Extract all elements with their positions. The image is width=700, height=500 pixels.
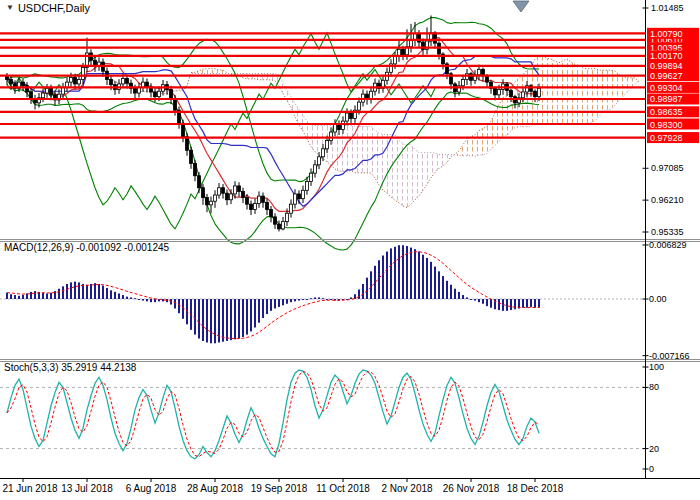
candle (242, 191, 245, 197)
candle (110, 80, 113, 85)
stoch-axis-label: 80 (649, 382, 659, 392)
candle (170, 89, 173, 98)
candle (314, 165, 317, 173)
level-price-label-text: 0.98635 (650, 107, 683, 117)
candle (478, 69, 481, 74)
candle (122, 78, 125, 83)
candle (342, 121, 345, 129)
candle (310, 173, 313, 181)
candle (82, 68, 85, 80)
candle (522, 92, 525, 98)
date-axis-label[interactable]: 18 Dec 2018 (507, 483, 564, 494)
macd-axis-label: 0.00 (649, 294, 667, 304)
candle (214, 195, 217, 201)
candle (302, 190, 305, 198)
candle (222, 188, 225, 193)
candle (434, 33, 437, 43)
candle (298, 194, 301, 199)
stoch-axis-label: 100 (649, 362, 664, 372)
candle (258, 196, 261, 203)
level-price-label-text: 0.99627 (650, 71, 683, 81)
date-axis-label[interactable]: 26 Nov 2018 (443, 483, 500, 494)
level-price-label-text: 1.00790 (650, 29, 683, 39)
stoch-panel[interactable] (0, 361, 645, 478)
date-axis-label[interactable]: 2 Nov 2018 (381, 483, 433, 494)
date-axis-label[interactable]: 19 Sep 2018 (251, 483, 308, 494)
candle (190, 150, 193, 163)
symbol-dropdown-icon[interactable]: ▼ (6, 4, 14, 12)
candle (510, 90, 513, 96)
candle (46, 88, 49, 93)
candle (206, 198, 209, 205)
candle (410, 40, 413, 47)
candle (74, 77, 77, 84)
candle (146, 82, 149, 87)
macd-axis-label: 0.006829 (649, 240, 687, 250)
candle (290, 204, 293, 213)
candle (194, 163, 197, 175)
stoch-indicator-label: Stoch(5,3,3) 35.2919 44.2138 (4, 362, 136, 373)
candle (174, 99, 177, 111)
candle (358, 102, 361, 110)
candle (62, 88, 65, 95)
candle (270, 210, 273, 217)
macd-indicator-label: MACD(12,26,9) -0.001092 -0.001245 (4, 242, 169, 253)
level-price-label-text: 0.98987 (650, 94, 683, 104)
date-axis-label[interactable]: 11 Oct 2018 (316, 483, 370, 494)
price-axis-label: 1.01485 (651, 3, 684, 13)
candle (70, 77, 73, 82)
price-axis-label: 0.96210 (651, 195, 684, 205)
candle (158, 91, 161, 96)
candle (318, 157, 321, 165)
candle (306, 182, 309, 191)
date-axis-label[interactable]: 13 Jul 2018 (61, 483, 113, 494)
stoch-axis-label: 0 (649, 464, 654, 474)
candle (6, 77, 9, 80)
candle (334, 124, 337, 132)
candle (346, 113, 349, 121)
candle (294, 194, 297, 204)
candle (262, 196, 265, 202)
candle (286, 213, 289, 221)
date-axis-label[interactable]: 21 Jun 2018 (2, 483, 57, 494)
candle (198, 176, 201, 188)
date-axis-label[interactable]: 6 Aug 2018 (126, 483, 177, 494)
price-axis-label: 0.97085 (651, 163, 684, 173)
candle (322, 149, 325, 157)
candle (350, 113, 353, 118)
candle (246, 198, 249, 205)
candle (238, 186, 241, 191)
candle (78, 80, 81, 84)
candle (494, 88, 497, 95)
candle (134, 88, 137, 93)
candle (250, 204, 253, 209)
candle (538, 88, 541, 96)
chart-title: ▼ USDCHF,Daily (6, 2, 90, 14)
candle (126, 78, 129, 83)
candle (10, 80, 13, 84)
trading-chart-window: ▼ USDCHF,Daily MACD(12,26,9) -0.001092 -… (0, 0, 700, 500)
stoch-axis-label: 20 (649, 444, 659, 454)
candle (50, 88, 53, 95)
level-price-label-text: 0.99304 (650, 83, 683, 93)
candle (154, 92, 157, 97)
level-price-label-text: 1.00170 (650, 51, 683, 61)
candle (254, 203, 257, 209)
candle (210, 201, 213, 205)
candle (30, 92, 33, 99)
candle (486, 76, 489, 82)
candle (274, 217, 277, 224)
candle (182, 123, 185, 136)
level-price-label-text: 0.99894 (650, 61, 683, 71)
candle (22, 82, 25, 86)
macd-axis-label: -0.007166 (649, 351, 690, 361)
candle (278, 224, 281, 229)
candle (234, 186, 237, 194)
candle (330, 132, 333, 140)
candle (230, 194, 233, 200)
candle (402, 49, 405, 54)
candle (266, 202, 269, 209)
level-price-label-text: 0.97928 (650, 133, 683, 143)
date-axis-label[interactable]: 28 Aug 2018 (187, 483, 244, 494)
candle (326, 140, 329, 148)
